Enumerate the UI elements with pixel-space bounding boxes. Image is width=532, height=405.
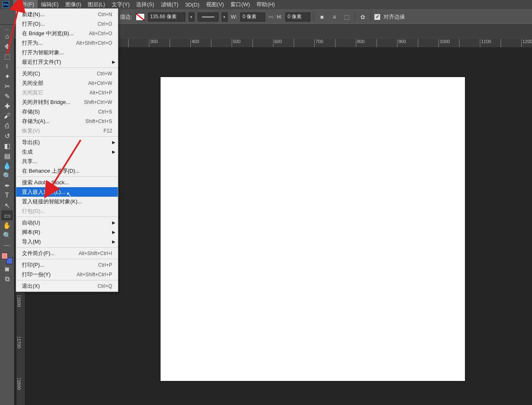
lasso-icon[interactable]: ଽ xyxy=(1,61,13,71)
file-menu-item[interactable]: 文件简介(F)...Alt+Shift+Ctrl+I xyxy=(16,248,118,258)
link-wh-icon[interactable]: ⚯ xyxy=(268,14,273,20)
menu-item-label: 关闭其它 xyxy=(22,89,43,96)
width-input[interactable] xyxy=(240,12,265,22)
menu-select[interactable]: 选择(S) xyxy=(133,0,157,9)
file-menu-item: 打包(G)... xyxy=(16,206,118,216)
menu-window[interactable]: 窗口(W) xyxy=(227,0,253,9)
file-menu-item[interactable]: 关闭(C)Ctrl+W xyxy=(16,69,118,78)
menu-file[interactable]: 文件(F) xyxy=(13,0,38,9)
file-menu-item[interactable]: 置入嵌入对象(L)... xyxy=(16,187,118,197)
stroke-size-input[interactable] xyxy=(148,12,185,22)
file-menu-item[interactable]: 退出(X)Ctrl+Q xyxy=(16,281,118,291)
ruler-tick: 400 xyxy=(190,39,211,47)
rectangle-icon[interactable]: ▭ xyxy=(1,210,13,220)
more-icon[interactable]: ⋯ xyxy=(1,240,13,250)
file-menu-item[interactable]: 在 Behance 上共享(D)... xyxy=(16,166,118,176)
arrange-icon[interactable]: ⬚ xyxy=(342,12,351,22)
crop-icon[interactable]: ✂ xyxy=(1,81,13,91)
file-menu-item: 恢复(V)F12 xyxy=(16,126,118,135)
move-icon[interactable]: ✥ xyxy=(1,41,13,51)
stroke-color-swatch[interactable] xyxy=(136,13,145,21)
menu-item-shortcut: Ctrl+O xyxy=(98,21,112,27)
file-menu-item[interactable]: 打开(O)...Ctrl+O xyxy=(16,19,118,29)
menu-3d[interactable]: 3D(D) xyxy=(182,1,203,9)
wand-icon[interactable]: ✦ xyxy=(1,71,13,81)
eraser-icon[interactable]: ◧ xyxy=(1,141,13,151)
gear-icon[interactable]: ✿ xyxy=(358,12,367,22)
menu-type[interactable]: 文字(Y) xyxy=(108,0,133,9)
stroke-size-drop[interactable]: ▾ xyxy=(189,12,194,22)
height-input[interactable] xyxy=(285,12,310,22)
quick-mask-icon[interactable]: ◙ xyxy=(1,264,13,274)
blur-icon[interactable]: 💧 xyxy=(1,161,13,171)
align-edges-checkbox[interactable]: ✓ xyxy=(374,14,380,20)
stroke-style-drop[interactable]: ▾ xyxy=(222,12,228,22)
brush-icon[interactable]: 🖌 xyxy=(1,111,13,121)
file-menu-item[interactable]: 存储(S)Ctrl+S xyxy=(16,107,118,116)
ruler-tick: 300 xyxy=(149,39,170,47)
pen-icon[interactable]: ✒ xyxy=(1,181,13,190)
menu-item-label: 文件简介(F)... xyxy=(22,250,55,257)
align-icon[interactable]: ≡ xyxy=(330,12,339,22)
gradient-icon[interactable]: ▤ xyxy=(1,151,13,161)
ps-logo-icon: Ps xyxy=(2,1,9,8)
menu-item-label: 存储(S) xyxy=(22,108,40,116)
dodge-icon[interactable]: 🔍 xyxy=(1,171,13,181)
marquee-icon[interactable]: ⬚ xyxy=(1,51,13,61)
file-menu-item: 关闭其它Alt+Ctrl+P xyxy=(16,88,118,97)
menu-item-shortcut: Alt+Ctrl+P xyxy=(89,90,112,96)
toolbox-handle[interactable]: ›› xyxy=(1,27,13,31)
file-menu-item[interactable]: 导入(M)▶ xyxy=(16,237,118,246)
submenu-arrow-icon: ▶ xyxy=(112,239,115,244)
history-brush-icon[interactable]: ↺ xyxy=(1,131,13,141)
file-menu-item[interactable]: 关闭并转到 Bridge...Shift+Ctrl+W xyxy=(16,97,118,107)
home-icon[interactable]: ⌂ xyxy=(1,31,13,41)
file-menu-item[interactable]: 打印(P)...Ctrl+P xyxy=(16,260,118,270)
document-canvas[interactable] xyxy=(161,77,465,381)
file-menu-item[interactable]: 关闭全部Alt+Ctrl+W xyxy=(16,78,118,88)
stamp-icon[interactable]: ⎙ xyxy=(1,121,13,131)
ruler-tick: 700 xyxy=(314,39,335,47)
file-menu-item[interactable]: 新建(N)...Ctrl+N xyxy=(16,10,118,19)
file-menu-item[interactable]: 自动(U)▶ xyxy=(16,218,118,227)
file-menu-item[interactable]: 打印一份(Y)Alt+Shift+Ctrl+P xyxy=(16,270,118,279)
file-menu-item[interactable]: 导出(E)▶ xyxy=(16,137,118,147)
hand-icon[interactable]: ✋ xyxy=(1,220,13,230)
menu-item-label: 恢复(V) xyxy=(22,127,40,135)
color-swatches[interactable] xyxy=(1,253,13,264)
file-menu-item[interactable]: 在 Bridge 中浏览(B)...Alt+Ctrl+O xyxy=(16,29,118,38)
file-menu-item[interactable]: 生成▶ xyxy=(16,147,118,157)
type-icon[interactable]: T xyxy=(1,190,13,200)
menu-item-label: 打印一份(Y) xyxy=(22,271,50,278)
eyedropper-icon[interactable]: ✎ xyxy=(1,91,13,101)
ruler-tick xyxy=(418,39,439,47)
foreground-color-swatch[interactable] xyxy=(1,253,8,259)
healing-icon[interactable]: ✚ xyxy=(1,101,13,111)
menu-item-label: 打开(O)... xyxy=(22,20,45,28)
menu-layer[interactable]: 图层(L) xyxy=(84,0,108,9)
file-menu-item[interactable]: 最近打开文件(T)▶ xyxy=(16,57,118,67)
file-menu-item[interactable]: 搜索 Adobe Stock... xyxy=(16,178,118,187)
file-menu-item[interactable]: 存储为(A)...Shift+Ctrl+S xyxy=(16,116,118,126)
path-op-icon[interactable]: ■ xyxy=(317,12,326,22)
zoom-icon[interactable]: 🔍 xyxy=(1,230,13,240)
menu-item-shortcut: Alt+Shift+Ctrl+O xyxy=(76,40,112,46)
menu-image[interactable]: 图像(I) xyxy=(62,0,84,9)
ruler-tick: 600 xyxy=(273,39,294,47)
menu-item-label: 打开为... xyxy=(22,39,43,47)
menu-help[interactable]: 帮助(H) xyxy=(253,0,278,9)
file-menu-item[interactable]: 共享... xyxy=(16,157,118,166)
file-menu-item[interactable]: 打开为智能对象... xyxy=(16,48,118,57)
menu-view[interactable]: 视图(V) xyxy=(203,0,227,9)
menubar: Ps 文件(F) 编辑(E) 图像(I) 图层(L) 文字(Y) 选择(S) 滤… xyxy=(0,0,532,9)
path-select-icon[interactable]: ↖ xyxy=(1,200,13,210)
stroke-style-dropdown[interactable] xyxy=(198,12,218,22)
menu-filter[interactable]: 滤镜(T) xyxy=(158,0,182,9)
file-menu-item[interactable]: 脚本(R)▶ xyxy=(16,227,118,237)
file-menu-item[interactable]: 置入链接的智能对象(K)... xyxy=(16,197,118,206)
screen-mode-icon[interactable]: ⧉ xyxy=(1,274,13,284)
ruler-tick xyxy=(335,39,356,47)
menu-item-label: 在 Bridge 中浏览(B)... xyxy=(22,30,74,37)
file-menu-item[interactable]: 打开为...Alt+Shift+Ctrl+O xyxy=(16,38,118,48)
menu-edit[interactable]: 编辑(E) xyxy=(38,0,62,9)
